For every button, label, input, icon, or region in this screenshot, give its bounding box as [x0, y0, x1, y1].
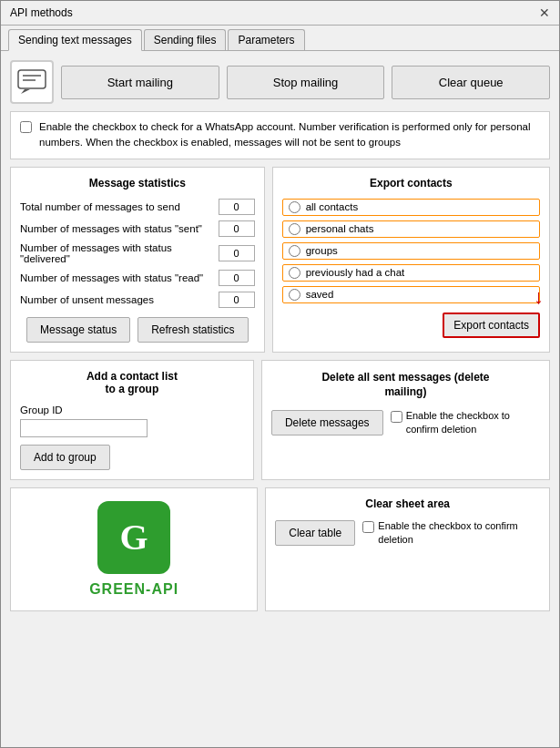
stats-row-0: Total number of messages to send: [20, 199, 255, 215]
export-option-all: all contacts: [282, 199, 540, 216]
stats-label-0: Total number of messages to send: [20, 201, 219, 212]
stats-input-1[interactable]: [219, 220, 255, 237]
logo-panel: G GREEN-API: [10, 487, 258, 611]
add-to-group-panel: Add a contact list to a group Group ID A…: [10, 360, 254, 480]
export-option-previous: previously had a chat: [282, 264, 540, 282]
delete-action-row: Delete messages Enable the checkbox to c…: [271, 409, 540, 437]
logo-clear-row: G GREEN-API Clear sheet area Clear table…: [10, 487, 550, 611]
stats-input-3[interactable]: [219, 270, 255, 286]
group-id-input[interactable]: [20, 419, 148, 437]
export-option-groups: groups: [282, 242, 540, 260]
green-api-logo-icon: G: [97, 501, 170, 574]
clear-checkbox-label: Enable the checkbox to confirm deletion: [378, 519, 540, 548]
add-group-title: Add a contact list to a group: [20, 370, 244, 395]
delete-confirm-checkbox[interactable]: [391, 411, 402, 423]
stats-export-row: Message statistics Total number of messa…: [10, 167, 550, 353]
notice-text: Enable the checkbox to check for a Whats…: [39, 119, 540, 151]
main-window: API methods ✕ Sending text messages Send…: [0, 0, 560, 748]
export-contacts-panel: Export contacts all contacts personal ch…: [272, 167, 550, 353]
close-button[interactable]: ✕: [539, 6, 550, 19]
stats-input-0[interactable]: [219, 199, 255, 215]
stats-label-2: Number of messages with status "delivere…: [20, 242, 219, 264]
tab-sending-text[interactable]: Sending text messages: [8, 29, 142, 51]
clear-action-row: Clear table Enable the checkbox to confi…: [275, 519, 540, 548]
stats-input-2[interactable]: [219, 245, 255, 261]
export-label-personal: personal chats: [306, 223, 374, 234]
export-radio-previous[interactable]: [289, 267, 300, 279]
stats-table: Total number of messages to send Number …: [20, 199, 255, 308]
export-options-list: all contacts personal chats groups previ…: [282, 199, 540, 303]
stats-label-1: Number of messages with status "sent": [20, 223, 219, 234]
export-label-saved: saved: [306, 289, 334, 300]
stats-label-4: Number of unsent messages: [20, 294, 219, 305]
stats-title: Message statistics: [20, 177, 255, 190]
delete-title: Delete all sent messages (delete mailing…: [271, 370, 540, 401]
export-label-groups: groups: [306, 245, 338, 256]
export-radio-saved[interactable]: [289, 289, 300, 301]
refresh-statistics-button[interactable]: Refresh statistics: [137, 317, 248, 343]
export-option-saved: saved: [282, 286, 540, 303]
export-label-all: all contacts: [306, 201, 359, 212]
stats-row-3: Number of messages with status "read": [20, 270, 255, 286]
export-radio-groups[interactable]: [289, 245, 300, 257]
delete-messages-button[interactable]: Delete messages: [271, 410, 383, 435]
stop-mailing-button[interactable]: Stop mailing: [227, 66, 385, 99]
export-radio-personal[interactable]: [289, 223, 300, 235]
window-title: API methods: [10, 6, 73, 19]
title-bar: API methods ✕: [1, 1, 559, 26]
stats-buttons: Message status Refresh statistics: [20, 317, 255, 343]
svg-rect-0: [18, 70, 46, 88]
message-status-button[interactable]: Message status: [26, 317, 130, 343]
tab-sending-files[interactable]: Sending files: [144, 29, 227, 50]
tab-parameters[interactable]: Parameters: [228, 29, 304, 50]
clear-sheet-title: Clear sheet area: [275, 497, 540, 510]
start-mailing-button[interactable]: Start mailing: [61, 66, 219, 99]
notice-checkbox[interactable]: [20, 121, 32, 133]
export-option-personal: personal chats: [282, 220, 540, 238]
clear-table-button[interactable]: Clear table: [275, 520, 355, 546]
tab-bar: Sending text messages Sending files Para…: [1, 26, 559, 51]
clear-confirm-checkbox[interactable]: [362, 521, 374, 533]
export-btn-wrapper: ↓ Export contacts: [282, 313, 540, 338]
delete-checkbox-label: Enable the checkbox to confirm deletion: [406, 409, 540, 437]
group-delete-row: Add a contact list to a group Group ID A…: [10, 360, 550, 480]
main-content: Start mailing Stop mailing Clear queue E…: [1, 51, 559, 747]
green-api-text: GREEN-API: [89, 581, 178, 598]
message-statistics-panel: Message statistics Total number of messa…: [10, 167, 265, 353]
stats-input-4[interactable]: [219, 292, 255, 308]
stats-row-4: Number of unsent messages: [20, 292, 255, 308]
notice-box: Enable the checkbox to check for a Whats…: [10, 111, 550, 159]
action-bar: Start mailing Stop mailing Clear queue: [10, 60, 550, 104]
export-contacts-button[interactable]: Export contacts: [443, 313, 540, 338]
clear-queue-button[interactable]: Clear queue: [392, 66, 550, 99]
stats-row-1: Number of messages with status "sent": [20, 220, 255, 237]
delete-messages-panel: Delete all sent messages (delete mailing…: [261, 360, 550, 480]
clear-sheet-panel: Clear sheet area Clear table Enable the …: [265, 487, 550, 611]
group-id-label: Group ID: [20, 405, 244, 415]
export-title: Export contacts: [282, 177, 540, 190]
stats-label-3: Number of messages with status "read": [20, 272, 219, 283]
arrow-down-icon: ↓: [534, 285, 544, 309]
add-to-group-button[interactable]: Add to group: [20, 445, 110, 470]
export-radio-all[interactable]: [289, 201, 300, 213]
export-label-previous: previously had a chat: [306, 267, 405, 278]
message-icon: [10, 60, 54, 104]
stats-row-2: Number of messages with status "delivere…: [20, 242, 255, 264]
